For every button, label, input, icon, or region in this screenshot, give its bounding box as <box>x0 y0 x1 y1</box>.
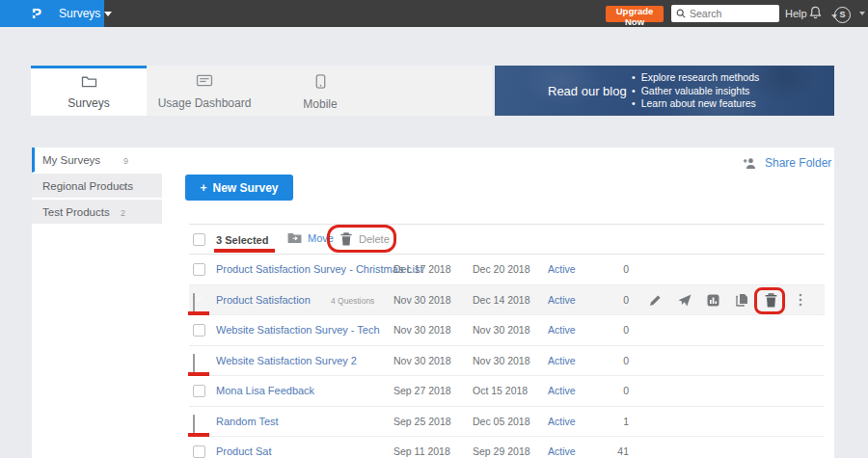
report-button[interactable] <box>704 290 722 310</box>
tab-usage-dashboard[interactable]: Usage Dashboard <box>147 66 262 116</box>
tab-label: Usage Dashboard <box>147 96 262 110</box>
new-survey-button[interactable]: +New Survey <box>185 175 293 201</box>
table-row: Product Satisfaction Survey - Christmas … <box>189 255 825 285</box>
status-link[interactable]: Active <box>548 416 576 427</box>
trash-icon <box>765 293 777 308</box>
product-menu-label: Surveys <box>59 7 100 20</box>
help-link[interactable]: Help <box>785 8 807 19</box>
select-all-checkbox[interactable] <box>193 233 205 246</box>
delete-label: Delete <box>359 233 390 245</box>
status-link[interactable]: Active <box>548 324 576 336</box>
chevron-down-icon <box>104 12 112 16</box>
survey-name-link[interactable]: Product Satisfaction Survey - Christmas … <box>216 263 423 275</box>
folder-icon <box>81 74 97 88</box>
plus-icon: + <box>200 181 206 195</box>
survey-name-link[interactable]: Random Test <box>216 416 279 427</box>
paper-plane-icon <box>678 294 692 307</box>
more-options-button[interactable] <box>791 290 809 310</box>
annotation-underline-checkbox <box>188 372 209 376</box>
folder-count: 9 <box>123 156 128 166</box>
row-checkbox[interactable] <box>193 385 205 397</box>
start-date: Nov 30 2018 <box>393 294 451 306</box>
share-folder-button[interactable]: Share Folder <box>743 156 831 170</box>
copy-button[interactable] <box>733 290 751 310</box>
end-date: Oct 15 2018 <box>473 385 528 396</box>
response-count: 0 <box>610 294 629 306</box>
start-date: Nov 30 2018 <box>393 324 451 336</box>
search-icon <box>676 9 686 18</box>
survey-name-link[interactable]: Mona Lisa Feedback <box>216 385 314 396</box>
global-search[interactable] <box>671 5 779 22</box>
new-survey-label: New Survey <box>212 181 278 195</box>
tabstrip: Surveys Usage Dashboard Mobile <box>31 66 492 116</box>
banner-bullet-list: Explore research methods Gather valuable… <box>632 71 759 111</box>
notifications-menu[interactable] <box>808 5 837 24</box>
selected-count-label: 3 Selected <box>216 234 268 246</box>
start-date: Nov 30 2018 <box>393 355 451 366</box>
share-user-icon <box>743 157 758 170</box>
sidebar-item-my-surveys[interactable]: My Surveys 9 <box>32 148 162 173</box>
move-button[interactable]: Move <box>287 232 334 244</box>
folder-count: 0 <box>121 182 125 192</box>
sidebar-item-test-products[interactable]: Test Products 2 <box>32 200 162 225</box>
copy-icon <box>736 293 748 307</box>
response-count: 0 <box>610 263 629 275</box>
folder-label: My Surveys <box>42 154 100 166</box>
annotation-underline-checkbox <box>188 311 209 315</box>
banner-bullet: Learn about new features <box>632 97 759 111</box>
search-input[interactable] <box>690 8 773 19</box>
survey-name-link[interactable]: Product Satisfaction <box>216 294 311 306</box>
status-link[interactable]: Active <box>548 355 576 366</box>
banner-title: Read our blog <box>548 84 627 98</box>
row-checkbox[interactable] <box>193 324 205 337</box>
start-date: Sep 25 2018 <box>393 416 451 427</box>
table-row: Random Test Sep 25 2018 Dec 05 2018 Acti… <box>189 407 825 438</box>
mobile-icon <box>315 74 326 89</box>
tab-mobile[interactable]: Mobile <box>262 66 378 116</box>
bar-chart-icon <box>707 294 719 307</box>
blog-banner[interactable]: Read our blog Explore research methods G… <box>495 66 834 116</box>
folder-label: Regional Products <box>42 180 133 192</box>
share-folder-label: Share Folder <box>765 156 831 170</box>
edit-button[interactable] <box>646 290 665 310</box>
table-row: Product Sat Sep 11 2018 Sep 29 2018 Acti… <box>189 437 825 458</box>
end-date: Dec 20 2018 <box>473 263 530 275</box>
response-count: 0 <box>610 385 629 396</box>
sidebar-item-regional-products[interactable]: Regional Products 0 <box>32 174 162 199</box>
move-folder-icon <box>287 232 302 244</box>
survey-name-link[interactable]: Website Satisfaction Survey 2 <box>216 355 357 366</box>
end-date: Dec 14 2018 <box>473 294 530 306</box>
send-button[interactable] <box>675 290 693 310</box>
start-date: Dec 17 2018 <box>393 263 451 275</box>
status-link[interactable]: Active <box>548 385 576 396</box>
row-checkbox[interactable] <box>193 263 205 276</box>
end-date: Nov 30 2018 <box>473 324 530 336</box>
status-link[interactable]: Active <box>548 445 576 457</box>
account-menu[interactable]: S <box>834 4 865 23</box>
tab-label: Surveys <box>31 96 147 110</box>
product-switcher[interactable]: P Surveys <box>0 0 104 27</box>
app-screen: P Surveys Upgrade Now Help S Surveys Usa… <box>0 0 868 458</box>
delete-button[interactable]: Delete <box>762 290 780 310</box>
annotation-underline-selected <box>214 249 275 253</box>
end-date: Sep 29 2018 <box>473 445 530 457</box>
survey-name-link[interactable]: Website Satisfaction Survey - Tech <box>216 324 380 336</box>
table-row: Mona Lisa Feedback Sep 27 2018 Oct 15 20… <box>189 376 825 407</box>
response-count: 1 <box>610 416 629 427</box>
survey-name-link[interactable]: Product Sat <box>216 445 271 457</box>
dashboard-icon <box>196 74 213 88</box>
tab-surveys[interactable]: Surveys <box>31 66 147 116</box>
topbar: P Surveys Upgrade Now Help S <box>0 0 868 27</box>
status-link[interactable]: Active <box>548 263 576 275</box>
start-date: Sep 27 2018 <box>393 385 451 396</box>
status-link[interactable]: Active <box>548 294 576 306</box>
upgrade-now-button[interactable]: Upgrade Now <box>606 6 664 22</box>
bell-icon <box>808 5 823 20</box>
row-checkbox[interactable] <box>193 354 195 372</box>
row-checkbox[interactable] <box>193 445 205 458</box>
banner-bullet: Explore research methods <box>632 71 759 85</box>
row-checkbox[interactable] <box>193 415 195 433</box>
row-checkbox[interactable] <box>193 293 195 311</box>
bulk-delete-button[interactable]: Delete <box>340 232 390 246</box>
brand-logo-notch <box>33 13 36 15</box>
